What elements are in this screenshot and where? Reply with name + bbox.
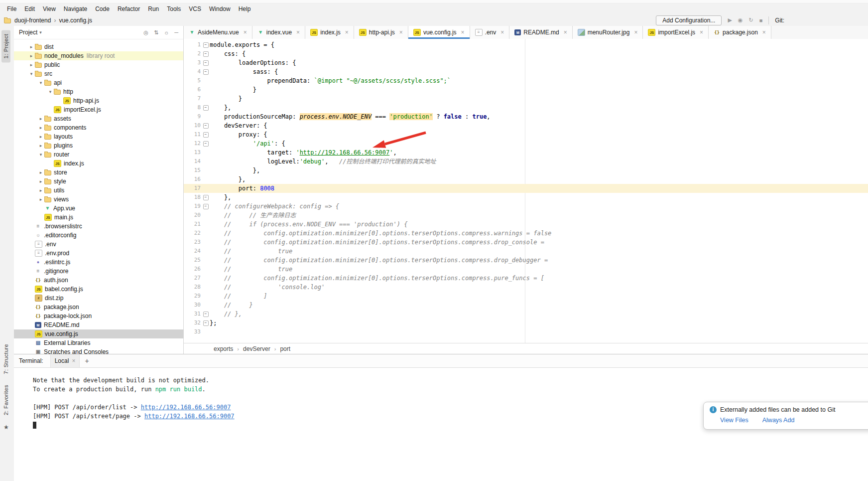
menu-help[interactable]: Help [235,3,255,14]
tree-item-vue-config-js[interactable]: JSvue.config.js [14,329,183,338]
tree-item-package-lock-json[interactable]: {}package-lock.json [14,312,183,321]
tab-asidemenu-vue[interactable]: ▼AsideMenu.vue× [184,26,252,39]
always-add-link[interactable]: Always Add [762,417,795,424]
breadcrumb-exports[interactable]: exports [214,345,233,352]
chevron-right-icon[interactable]: ▸ [37,197,44,202]
menu-view[interactable]: View [39,3,60,14]
tree-item-api[interactable]: ▾api [14,78,183,87]
collapse-all-icon[interactable]: ⇅ [154,29,158,36]
tool-button-project[interactable]: 1: Project [1,30,10,62]
tab-readme-md[interactable]: MREADME.md× [509,26,572,39]
fold-icon[interactable] [202,67,210,76]
chevron-right-icon[interactable]: ▸ [28,53,35,58]
close-icon[interactable]: × [296,29,300,35]
tab-http-api-js[interactable]: JShttp-api.js× [354,26,408,39]
chevron-down-icon[interactable]: ▾ [37,80,44,85]
menu-tools[interactable]: Tools [163,3,185,14]
tree-item-env-prod[interactable]: ≡.env.prod [14,249,183,258]
tool-button-structure[interactable]: 7: Structure [1,340,10,378]
chevron-down-icon[interactable]: ▾ [39,30,42,35]
close-icon[interactable]: × [634,29,637,35]
tree-item-public[interactable]: ▸public [14,60,183,69]
tab-vue-config-js[interactable]: JSvue.config.js× [408,26,470,39]
fold-icon[interactable] [202,58,210,67]
tree-item-http[interactable]: ▾http [14,87,183,96]
chevron-right-icon[interactable]: ▸ [37,125,44,130]
chevron-down-icon[interactable]: ▾ [28,71,35,76]
close-icon[interactable]: × [700,29,703,35]
menu-edit[interactable]: Edit [20,3,39,14]
chevron-right-icon[interactable]: ▸ [37,170,44,175]
tree-item-browserslistrc[interactable]: ≡.browserslistrc [14,222,183,231]
tab-importexcel-js[interactable]: JSimportExcel.js× [643,26,709,39]
tree-item-auth-json[interactable]: {}auth.json [14,276,183,285]
fold-icon[interactable] [202,202,210,211]
tree-item-layouts[interactable]: ▸layouts [14,132,183,141]
tab-package-json[interactable]: {}package.json× [709,26,771,39]
tree-item-editorconfig[interactable]: ☼.editorconfig [14,231,183,240]
terminal-link[interactable]: http://192.168.66.56:9007 [141,403,231,412]
terminal-tab-local[interactable]: Local × [50,354,80,367]
sync-icon[interactable]: ↻ [748,17,753,23]
select-opened-file-icon[interactable]: ◎ [143,29,148,36]
fold-icon[interactable] [202,319,210,327]
fold-icon[interactable] [202,130,210,139]
tree-item-assets[interactable]: ▸assets [14,114,183,123]
tree-item-app-vue[interactable]: ▼App.vue [14,204,183,213]
git-branch-widget[interactable]: Git: [775,17,784,24]
tree-item-index-js[interactable]: JSindex.js [14,159,183,168]
stop-icon[interactable]: ■ [759,17,763,23]
tree-item-dist[interactable]: ▸dist [14,42,183,51]
run-icon[interactable]: ▶ [728,17,732,23]
fold-icon[interactable] [202,310,210,319]
favorites-star-icon[interactable]: ★ [3,424,9,431]
tree-item-src[interactable]: ▾src [14,69,183,78]
fold-icon[interactable] [202,103,210,112]
breadcrumb-file[interactable]: vue.config.js [58,17,93,24]
tree-item-readme-md[interactable]: MREADME.md [14,321,183,329]
fold-icon[interactable] [202,139,210,148]
menu-navigate[interactable]: Navigate [60,3,91,14]
menu-code[interactable]: Code [91,3,114,14]
settings-icon[interactable]: ☼ [164,29,169,36]
close-icon[interactable]: × [461,29,465,35]
tree-item-env[interactable]: ≡.env [14,240,183,249]
debug-icon[interactable]: ◉ [738,17,743,23]
menu-refactor[interactable]: Refactor [114,3,144,14]
project-panel-title[interactable]: Project [19,29,37,36]
close-icon[interactable]: × [244,29,247,35]
chevron-right-icon[interactable]: ▸ [28,44,35,49]
chevron-right-icon[interactable]: ▸ [28,62,35,67]
chevron-down-icon[interactable]: ▾ [47,89,54,94]
tree-item-dist-zip[interactable]: zdist.zip [14,294,183,303]
close-icon[interactable]: × [564,29,567,35]
close-icon[interactable]: × [72,357,75,364]
tree-item-main-js[interactable]: JSmain.js [14,213,183,222]
chevron-right-icon[interactable]: ▸ [37,179,44,184]
close-icon[interactable]: × [500,29,504,35]
close-icon[interactable]: × [399,29,403,35]
tree-item-views[interactable]: ▸views [14,195,183,204]
terminal-link[interactable]: http://192.168.66.56:9007 [144,412,235,421]
tree-item-gitignore[interactable]: ≡.gitignore [14,267,183,276]
breadcrumb-devserver[interactable]: devServer [243,345,270,352]
tree-item-plugins[interactable]: ▸plugins [14,141,183,150]
menu-window[interactable]: Window [205,3,235,14]
close-icon[interactable]: × [345,29,349,35]
tree-item-node-modules[interactable]: ▸node_moduleslibrary root [14,51,183,60]
fold-icon[interactable] [202,40,210,49]
tab-menurouter-jpg[interactable]: menuRouter.jpg× [573,26,643,39]
tree-item-style[interactable]: ▸style [14,177,183,186]
chevron-right-icon[interactable]: ▸ [37,134,44,139]
tree-item-importexcel-js[interactable]: JSimportExcel.js [14,105,183,114]
tree-item-eslintrc-js[interactable]: ●.eslintrc.js [14,258,183,267]
breadcrumb-port[interactable]: port [280,345,290,352]
chevron-down-icon[interactable]: ▾ [37,152,44,157]
tree-item-store[interactable]: ▸store [14,168,183,177]
tab-env[interactable]: ≡.env× [470,26,510,39]
fold-icon[interactable] [202,49,210,58]
menu-vcs[interactable]: VCS [185,3,205,14]
tree-item-utils[interactable]: ▸utils [14,186,183,195]
tree-item-package-json[interactable]: {}package.json [14,303,183,312]
menu-run[interactable]: Run [144,3,163,14]
